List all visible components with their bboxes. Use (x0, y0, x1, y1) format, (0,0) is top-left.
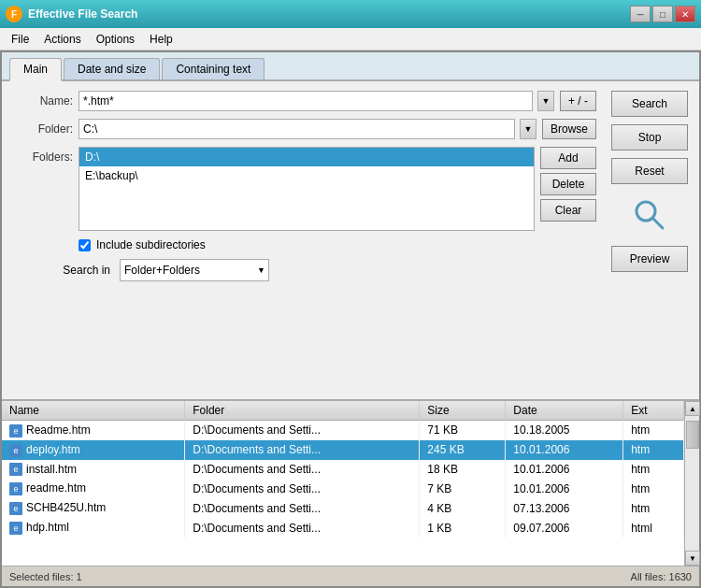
folder-label: Folder: (17, 122, 73, 136)
cell-folder: D:\Documents and Setti... (185, 460, 420, 480)
close-button[interactable]: ✕ (675, 6, 695, 22)
clear-folders-button[interactable]: Clear (540, 199, 596, 222)
scrollbar-thumb[interactable] (686, 421, 699, 449)
scrollbar-down[interactable]: ▼ (685, 551, 700, 566)
cell-name: eReadme.htm (2, 421, 185, 440)
folder-buttons: Add Delete Clear (540, 147, 596, 222)
menu-actions[interactable]: Actions (36, 31, 88, 48)
results-scrollbar[interactable]: ▲ ▼ (684, 401, 699, 566)
scrollbar-track[interactable] (685, 416, 699, 551)
folder-row: Folder: ▼ Browse (17, 119, 596, 139)
col-ext[interactable]: Ext (623, 401, 684, 421)
stop-button[interactable]: Stop (611, 124, 688, 151)
file-icon: e (9, 502, 22, 515)
title-bar: F Effective File Search ─ □ ✕ (0, 0, 701, 28)
cell-name: ehdp.html (2, 518, 185, 538)
tab-bar: Main Date and size Containing text (2, 52, 699, 81)
subdirs-checkbox[interactable] (79, 239, 91, 251)
cell-size: 245 KB (420, 440, 506, 460)
tab-containing-text[interactable]: Containing text (162, 58, 265, 79)
cell-date: 09.07.2006 (506, 518, 623, 538)
file-icon: e (9, 463, 22, 476)
cell-date: 10.01.2006 (506, 479, 623, 498)
search-in-wrapper[interactable]: Folder+Folders Folder only Folders only (120, 259, 269, 281)
cell-folder: D:\Documents and Setti... (185, 421, 420, 440)
title-bar-left: F Effective File Search (6, 6, 137, 22)
cell-date: 10.18.2005 (506, 421, 623, 440)
file-icon: e (9, 522, 22, 535)
maximize-button[interactable]: □ (652, 6, 673, 22)
cell-name: eSCHB425U.htm (2, 498, 185, 518)
reset-button[interactable]: Reset (611, 158, 688, 184)
cell-ext: htm (623, 421, 684, 440)
cell-ext: htm (623, 440, 684, 460)
cell-ext: htm (623, 498, 684, 518)
cell-folder: D:\Documents and Setti... (185, 518, 420, 538)
table-row[interactable]: einstall.htmD:\Documents and Setti...18 … (2, 460, 684, 480)
menu-file[interactable]: File (4, 31, 36, 48)
name-label: Name: (17, 94, 73, 108)
table-row[interactable]: eSCHB425U.htmD:\Documents and Setti...4 … (2, 498, 684, 518)
folders-list[interactable]: D:\ E:\backup\ (79, 147, 535, 231)
app-icon: F (6, 6, 22, 22)
search-in-select[interactable]: Folder+Folders Folder only Folders only (120, 259, 269, 281)
tab-main[interactable]: Main (9, 58, 62, 81)
total-files-status: All files: 1630 (631, 571, 692, 582)
col-date[interactable]: Date (506, 401, 623, 421)
menu-help[interactable]: Help (142, 31, 180, 48)
cell-name: ereadme.htm (2, 479, 185, 498)
cell-size: 18 KB (420, 460, 506, 480)
cell-ext: htm (623, 460, 684, 480)
results-area: Name Folder Size Date Ext eReadme.htmD:\… (2, 399, 699, 586)
results-table-container: Name Folder Size Date Ext eReadme.htmD:\… (2, 401, 699, 566)
col-name[interactable]: Name (2, 401, 185, 421)
cell-date: 07.13.2006 (506, 498, 623, 518)
add-folder-button[interactable]: Add (540, 147, 596, 169)
cell-folder: D:\Documents and Setti... (185, 479, 420, 498)
name-dropdown[interactable]: ▼ (537, 91, 554, 111)
col-size[interactable]: Size (420, 401, 506, 421)
folder-item-1[interactable]: E:\backup\ (79, 166, 534, 185)
folder-dropdown[interactable]: ▼ (520, 119, 536, 139)
search-magnifier-icon (626, 192, 673, 238)
menu-bar: File Actions Options Help (0, 28, 701, 50)
name-input[interactable] (79, 91, 533, 111)
delete-folder-button[interactable]: Delete (540, 173, 596, 195)
col-folder[interactable]: Folder (185, 401, 420, 421)
table-header-row: Name Folder Size Date Ext (2, 401, 684, 421)
status-bar: Selected files: 1 All files: 1630 (2, 566, 699, 586)
table-row[interactable]: eReadme.htmD:\Documents and Setti...71 K… (2, 421, 684, 440)
cell-size: 71 KB (420, 421, 506, 440)
app-title: Effective File Search (28, 7, 137, 21)
folder-item-0[interactable]: D:\ (79, 148, 534, 166)
folders-row: Folders: D:\ E:\backup\ Add Delete Clear (17, 147, 596, 231)
table-row[interactable]: ehdp.htmlD:\Documents and Setti...1 KB09… (2, 518, 684, 538)
search-button[interactable]: Search (611, 91, 688, 117)
table-row[interactable]: ereadme.htmD:\Documents and Setti...7 KB… (2, 479, 684, 498)
title-bar-controls: ─ □ ✕ (630, 6, 695, 22)
right-panel: Search Stop Reset Preview (606, 81, 699, 399)
search-in-label: Search in (17, 264, 110, 277)
table-row[interactable]: edeploy.htmD:\Documents and Setti...245 … (2, 440, 684, 460)
cell-ext: htm (623, 479, 684, 498)
minimize-button[interactable]: ─ (630, 6, 651, 22)
browse-button[interactable]: Browse (542, 119, 596, 139)
name-plus-minus-button[interactable]: + / - (560, 91, 596, 111)
search-in-row: Search in Folder+Folders Folder only Fol… (17, 259, 596, 281)
content-area: Name: ▼ + / - Folder: ▼ Browse Folders: … (2, 81, 699, 399)
scrollbar-up[interactable]: ▲ (685, 401, 700, 416)
subdirs-label: Include subdirectories (96, 238, 206, 251)
selected-files-status: Selected files: 1 (9, 571, 82, 582)
cell-date: 10.01.2006 (506, 460, 623, 480)
svg-line-1 (652, 218, 663, 228)
file-icon: e (9, 424, 22, 437)
tab-date-size[interactable]: Date and size (64, 58, 160, 79)
results-table[interactable]: Name Folder Size Date Ext eReadme.htmD:\… (2, 401, 684, 566)
folder-input[interactable] (79, 119, 515, 139)
file-icon: e (9, 444, 22, 457)
menu-options[interactable]: Options (89, 31, 142, 48)
cell-size: 7 KB (420, 479, 506, 498)
cell-folder: D:\Documents and Setti... (185, 498, 420, 518)
preview-button[interactable]: Preview (611, 246, 688, 272)
cell-ext: html (623, 518, 684, 538)
